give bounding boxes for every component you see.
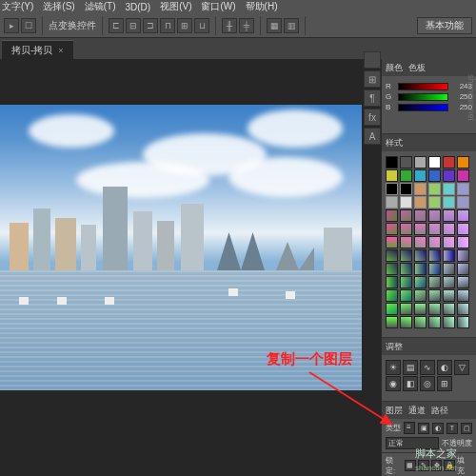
- align-bottom-button[interactable]: ⊔: [194, 18, 209, 33]
- style-swatch[interactable]: [414, 223, 426, 235]
- style-swatch[interactable]: [457, 236, 469, 248]
- style-swatch[interactable]: [457, 156, 469, 169]
- paths-panel-tab[interactable]: 路径: [431, 405, 448, 417]
- style-swatch[interactable]: [386, 169, 398, 182]
- filter-shape-icon[interactable]: ▢: [461, 423, 472, 434]
- style-swatch[interactable]: [443, 316, 455, 328]
- distribute-v-button[interactable]: ╪: [239, 18, 254, 33]
- style-swatch[interactable]: [414, 249, 426, 262]
- style-swatch[interactable]: [428, 196, 441, 208]
- history-panel-icon[interactable]: [364, 51, 381, 69]
- document-tab[interactable]: 拷贝-拷贝 ×: [2, 40, 73, 59]
- style-swatch[interactable]: [457, 289, 469, 302]
- style-swatch[interactable]: [400, 316, 412, 328]
- style-swatch[interactable]: [428, 276, 441, 288]
- style-swatch[interactable]: [386, 156, 398, 169]
- style-swatch[interactable]: [400, 223, 412, 235]
- style-swatch[interactable]: [443, 223, 455, 235]
- filter-type-icon[interactable]: T: [446, 423, 458, 434]
- style-swatch[interactable]: [443, 249, 455, 262]
- style-swatch[interactable]: [443, 156, 455, 169]
- document-canvas[interactable]: [0, 105, 362, 390]
- style-swatch[interactable]: [386, 183, 398, 195]
- style-swatch[interactable]: [386, 289, 398, 302]
- style-swatch[interactable]: [443, 289, 455, 302]
- style-swatch[interactable]: [457, 169, 469, 182]
- adjust-hue-button[interactable]: ◉: [386, 376, 401, 391]
- style-swatch[interactable]: [414, 209, 426, 222]
- style-swatch[interactable]: [386, 303, 398, 315]
- workspace-switcher[interactable]: 基本功能: [417, 17, 472, 34]
- character-panel-icon[interactable]: A: [364, 128, 381, 145]
- styles-panel-icon[interactable]: fx: [364, 109, 381, 126]
- adjustments-panel-tab[interactable]: 调整: [386, 341, 403, 353]
- adjust-photo-filter-button[interactable]: ◎: [420, 376, 435, 391]
- arrange-button-2[interactable]: ▥: [284, 18, 299, 33]
- style-swatch[interactable]: [443, 169, 455, 182]
- adjust-exposure-button[interactable]: ◐: [437, 360, 452, 375]
- style-swatch[interactable]: [414, 156, 426, 169]
- style-swatch[interactable]: [400, 249, 412, 262]
- style-swatch[interactable]: [457, 263, 469, 275]
- style-swatch[interactable]: [414, 303, 426, 315]
- style-swatch[interactable]: [386, 249, 398, 262]
- styles-swatch-grid[interactable]: [386, 155, 472, 333]
- tool-preset-button[interactable]: ▸: [4, 18, 19, 33]
- distribute-h-button[interactable]: ╫: [222, 18, 237, 33]
- style-swatch[interactable]: [443, 209, 455, 222]
- style-swatch[interactable]: [428, 183, 441, 195]
- style-swatch[interactable]: [428, 263, 441, 275]
- style-swatch[interactable]: [414, 169, 426, 182]
- style-swatch[interactable]: [386, 263, 398, 275]
- paragraph-panel-icon[interactable]: ¶: [364, 89, 381, 107]
- style-swatch[interactable]: [428, 316, 441, 328]
- style-swatch[interactable]: [414, 236, 426, 248]
- style-swatch[interactable]: [457, 249, 469, 262]
- style-swatch[interactable]: [400, 289, 412, 302]
- filter-pixel-icon[interactable]: ▣: [418, 423, 429, 434]
- menu-select[interactable]: 选择(S): [43, 0, 74, 13]
- styles-panel-tab[interactable]: 样式: [386, 137, 403, 149]
- style-swatch[interactable]: [428, 249, 441, 262]
- style-swatch[interactable]: [428, 156, 441, 169]
- style-swatch[interactable]: [414, 196, 426, 208]
- layer-filter-select[interactable]: ≡: [404, 422, 415, 434]
- style-swatch[interactable]: [457, 276, 469, 288]
- style-swatch[interactable]: [400, 276, 412, 288]
- style-swatch[interactable]: [386, 196, 398, 208]
- style-swatch[interactable]: [386, 276, 398, 288]
- adjust-bw-button[interactable]: ◧: [403, 376, 418, 391]
- style-swatch[interactable]: [414, 183, 426, 195]
- lock-position-button[interactable]: ✥: [431, 460, 443, 471]
- color-slider-r[interactable]: R 243: [386, 82, 472, 90]
- style-swatch[interactable]: [414, 263, 426, 275]
- lock-transparency-button[interactable]: ▦: [405, 460, 416, 471]
- menu-help[interactable]: 帮助(H): [246, 0, 278, 13]
- layers-panel-tab[interactable]: 图层: [386, 405, 403, 417]
- style-swatch[interactable]: [400, 183, 412, 195]
- adjust-brightness-button[interactable]: ☀: [386, 360, 401, 375]
- align-right-button[interactable]: ⊐: [143, 18, 158, 33]
- arrange-button[interactable]: ▦: [267, 18, 282, 33]
- adjust-levels-button[interactable]: ▤: [403, 360, 418, 375]
- blend-mode-select[interactable]: 正常: [386, 437, 439, 449]
- style-swatch[interactable]: [457, 303, 469, 315]
- menu-3d[interactable]: 3D(D): [125, 2, 150, 12]
- menu-filter[interactable]: 滤镜(T): [85, 0, 116, 13]
- adjust-channel-mixer-button[interactable]: ⊞: [437, 376, 452, 391]
- style-swatch[interactable]: [386, 316, 398, 328]
- menu-view[interactable]: 视图(V): [160, 0, 191, 13]
- style-swatch[interactable]: [443, 303, 455, 315]
- style-swatch[interactable]: [414, 316, 426, 328]
- style-swatch[interactable]: [386, 223, 398, 235]
- style-swatch[interactable]: [457, 209, 469, 222]
- style-swatch[interactable]: [386, 236, 398, 248]
- menu-window[interactable]: 窗口(W): [201, 0, 235, 13]
- style-swatch[interactable]: [443, 236, 455, 248]
- style-swatch[interactable]: [428, 236, 441, 248]
- style-swatch[interactable]: [386, 209, 398, 222]
- style-swatch[interactable]: [428, 209, 441, 222]
- style-swatch[interactable]: [414, 289, 426, 302]
- style-swatch[interactable]: [400, 236, 412, 248]
- style-swatch[interactable]: [428, 289, 441, 302]
